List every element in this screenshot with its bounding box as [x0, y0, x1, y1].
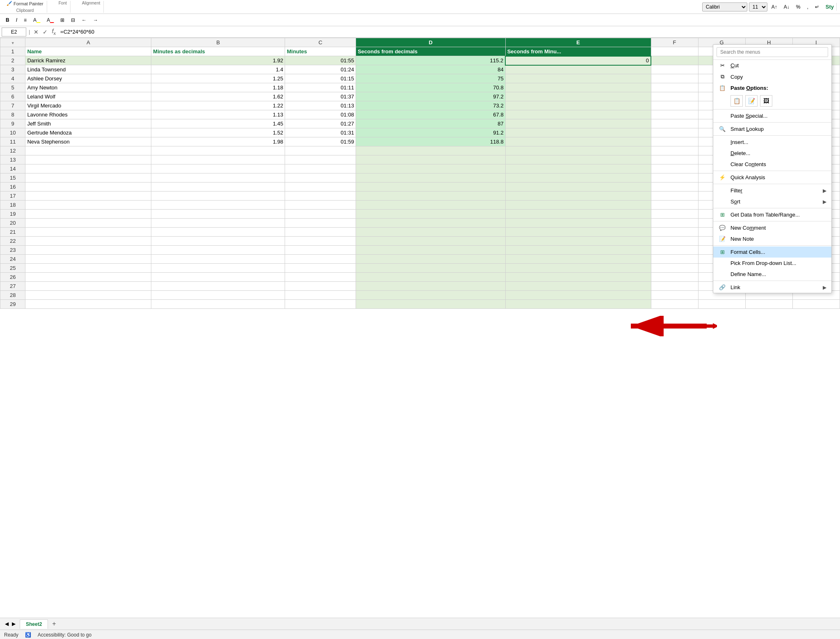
- context-menu-filter[interactable]: Filter ▶: [713, 185, 831, 196]
- cell-e23[interactable]: [505, 246, 651, 255]
- cell-reference-box[interactable]: E2: [2, 27, 26, 37]
- cell-a19[interactable]: [25, 210, 151, 219]
- context-menu-new-note[interactable]: 📝 New Note: [713, 233, 831, 244]
- italic-button[interactable]: I: [14, 16, 20, 25]
- context-menu-new-comment[interactable]: 💬 New Comment: [713, 222, 831, 233]
- cell-e20[interactable]: [505, 219, 651, 228]
- cell-d21[interactable]: [356, 228, 506, 237]
- sheet-tab-sheet2[interactable]: Sheet2: [20, 619, 48, 629]
- cell-f6[interactable]: [651, 92, 698, 101]
- cell-f7[interactable]: [651, 101, 698, 110]
- cell-f2[interactable]: [651, 56, 698, 65]
- cell-c16[interactable]: [285, 183, 356, 192]
- cell-c17[interactable]: [285, 192, 356, 201]
- cell-b7[interactable]: 1.22: [151, 101, 285, 110]
- cell-a12[interactable]: [25, 146, 151, 155]
- cell-a9[interactable]: Jeff Smith: [25, 119, 151, 128]
- cell-e14[interactable]: [505, 164, 651, 173]
- col-header-f[interactable]: F: [651, 38, 698, 47]
- cell-f18[interactable]: [651, 201, 698, 210]
- tab-nav-right-btn[interactable]: ▶: [10, 620, 17, 628]
- font-family-select[interactable]: Calibri: [702, 2, 747, 11]
- borders-btn[interactable]: ⊞: [58, 16, 67, 25]
- cell-c19[interactable]: [285, 210, 356, 219]
- cell-e11[interactable]: [505, 137, 651, 146]
- cell-a13[interactable]: [25, 155, 151, 164]
- cell-d7[interactable]: 73.2: [356, 101, 506, 110]
- cell-d23[interactable]: [356, 246, 506, 255]
- cell-a3[interactable]: Linda Townsend: [25, 65, 151, 74]
- indent-increase-btn[interactable]: →: [91, 16, 100, 25]
- cell-c20[interactable]: [285, 219, 356, 228]
- cell-e2[interactable]: 0: [505, 56, 651, 65]
- cell-d3[interactable]: 84: [356, 65, 506, 74]
- comma-btn[interactable]: ,: [804, 2, 810, 11]
- cell-b12[interactable]: [151, 146, 285, 155]
- cell-c11[interactable]: 01:59: [285, 137, 356, 146]
- cell-d11[interactable]: 118.8: [356, 137, 506, 146]
- cell-a22[interactable]: [25, 237, 151, 246]
- cell-b20[interactable]: [151, 219, 285, 228]
- align-left-btn[interactable]: ≡: [21, 16, 29, 25]
- cell-e16[interactable]: [505, 183, 651, 192]
- cell-a11[interactable]: Neva Stephenson: [25, 137, 151, 146]
- cell-e6[interactable]: [505, 92, 651, 101]
- cell-a6[interactable]: Leland Wolf: [25, 92, 151, 101]
- cell-e26[interactable]: [505, 273, 651, 282]
- cell-f21[interactable]: [651, 228, 698, 237]
- cell-b9[interactable]: 1.45: [151, 119, 285, 128]
- cell-e29[interactable]: [505, 300, 651, 309]
- col-header-b[interactable]: B: [151, 38, 285, 47]
- formula-input[interactable]: =C2*24*60*60: [59, 28, 838, 36]
- cell-e7[interactable]: [505, 101, 651, 110]
- header-minutes-dec[interactable]: Minutes as decimals: [151, 47, 285, 56]
- cell-d2[interactable]: 115.2: [356, 56, 506, 65]
- cell-e10[interactable]: [505, 128, 651, 137]
- context-menu-sort[interactable]: Sort ▶: [713, 196, 831, 207]
- cell-a28[interactable]: [25, 291, 151, 300]
- cell-c27[interactable]: [285, 282, 356, 291]
- cell-a14[interactable]: [25, 164, 151, 173]
- cell-e5[interactable]: [505, 83, 651, 92]
- cell-e8[interactable]: [505, 110, 651, 119]
- cell-c6[interactable]: 01:37: [285, 92, 356, 101]
- col-header-a[interactable]: A: [25, 38, 151, 47]
- wrap-btn[interactable]: ↵: [813, 2, 822, 11]
- cell-e12[interactable]: [505, 146, 651, 155]
- cell-b8[interactable]: 1.13: [151, 110, 285, 119]
- cell-f8[interactable]: [651, 110, 698, 119]
- header-name[interactable]: Name: [25, 47, 151, 56]
- cell-a2[interactable]: Darrick Ramirez: [25, 56, 151, 65]
- context-menu-smart-lookup[interactable]: 🔍 Smart Lookup: [713, 123, 831, 135]
- cell-c3[interactable]: 01:24: [285, 65, 356, 74]
- cell-b28[interactable]: [151, 291, 285, 300]
- cell-b24[interactable]: [151, 255, 285, 264]
- cell-f20[interactable]: [651, 219, 698, 228]
- cell-c21[interactable]: [285, 228, 356, 237]
- context-menu-link[interactable]: 🔗 Link ▶: [713, 282, 831, 293]
- cell-a29[interactable]: [25, 300, 151, 309]
- cell-a5[interactable]: Amy Newton: [25, 83, 151, 92]
- cell-b3[interactable]: 1.4: [151, 65, 285, 74]
- cell-h29[interactable]: [745, 300, 792, 309]
- cell-d4[interactable]: 75: [356, 74, 506, 83]
- cell-f29[interactable]: [651, 300, 698, 309]
- cell-a10[interactable]: Gertrude Mendoza: [25, 128, 151, 137]
- number-format-btn[interactable]: %: [794, 2, 803, 11]
- cell-e4[interactable]: [505, 74, 651, 83]
- cell-d18[interactable]: [356, 201, 506, 210]
- cell-b29[interactable]: [151, 300, 285, 309]
- merge-btn[interactable]: ⊟: [68, 16, 78, 25]
- cell-e15[interactable]: [505, 173, 651, 183]
- cell-f4[interactable]: [651, 74, 698, 83]
- cell-e17[interactable]: [505, 192, 651, 201]
- cell-c26[interactable]: [285, 273, 356, 282]
- paste-btn-3[interactable]: 🖼: [760, 95, 772, 107]
- font-color-btn[interactable]: A▁: [44, 16, 56, 25]
- cell-d20[interactable]: [356, 219, 506, 228]
- menu-search-input[interactable]: [717, 47, 828, 57]
- header-seconds-min[interactable]: Seconds from Minu...: [505, 47, 651, 56]
- cancel-formula-icon[interactable]: ✕: [32, 29, 40, 35]
- cell-a8[interactable]: Lavonne Rhodes: [25, 110, 151, 119]
- cell-c5[interactable]: 01:11: [285, 83, 356, 92]
